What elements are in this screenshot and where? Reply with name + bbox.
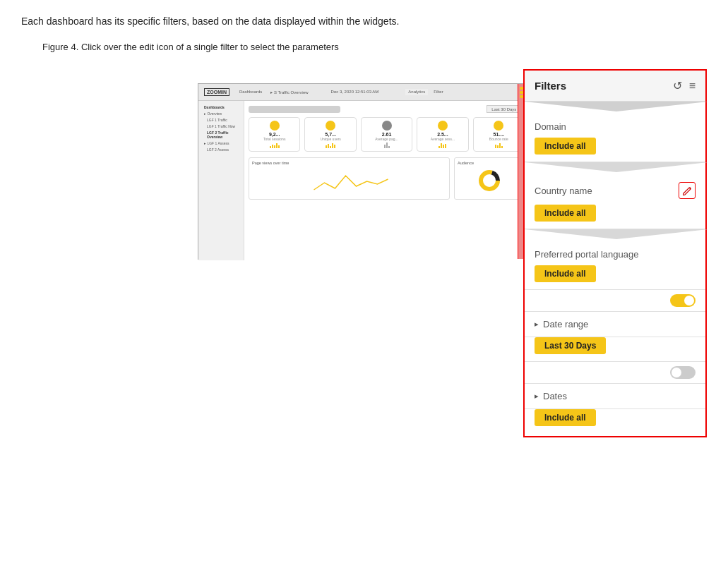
filter-chevron-top [525,102,708,111]
kpi-icon-bounce [494,121,503,131]
filter-section-portal: Preferred portal language Include all [525,241,705,290]
dates-arrow-icon: ▸ [535,392,539,401]
dashboard-body: Last 30 Days ▾ 9,2... Total sessions [244,101,529,260]
chart-title-page-views: Page views over time [252,161,446,165]
charts-row: Page views over time Audience [249,157,525,200]
sidebar-lgf1-assess: ▸ LGF 1 Assess [201,141,241,145]
kpi-users: 5,7... Unique users [304,117,356,152]
kpi-value-users: 5,7... [308,132,352,137]
dashboard-logo: ZOOMIN [204,88,229,96]
kpi-avg-sess: 2.5... Average sess... [417,117,468,152]
dashboard-mockup: ZOOMIN Dashboards ▸ S Traffic Overview D… [198,83,530,260]
sidebar-dashboards: Dashboards [201,105,241,109]
chart-title-audience: Audience [458,161,521,165]
kpi-sessions: 9,2... Total sessions [249,117,300,152]
filter-country-label: Country name [535,186,592,196]
kpi-label-users: Unique users [308,137,352,141]
filter-daterange-label: Date range [543,319,588,329]
filters-panel-title: Filters [535,80,566,92]
filter-dates-tag[interactable]: Include all [535,409,596,426]
kpi-label-avg-page: Average pag... [364,137,409,141]
filters-panel: Filters ↺ ≡ Domain Include all Country n… [523,69,707,437]
kpi-value-avg-page: 2.61 [364,132,409,137]
filter-portal-label: Preferred portal language [535,249,638,260]
filter-country-tag[interactable]: Include all [535,205,596,222]
kpi-label-avg-sess: Average sess... [420,137,465,141]
kpi-spark-avg-sess [420,143,465,148]
filter-portal-tag[interactable]: Include all [535,265,596,282]
filter-section-dates: ▸ Dates Include all [525,384,705,436]
filter-domain-header: Domain [535,121,696,132]
sidebar-lgf1-traffic-now: LGF 1 Traffic Now [201,124,241,128]
chart-donut-audience [458,167,521,194]
kpi-label-bounce: Bounce rate [477,137,521,141]
filter-domain-tag[interactable]: Include all [535,138,596,155]
filter-dates-label: Dates [543,391,567,401]
nav-section: ▸ S Traffic Overview [268,89,311,95]
toggle-switch-2[interactable] [670,366,696,379]
filter-dates-body: Include all [525,409,705,436]
kpi-value-avg-sess: 2.5... [420,132,465,137]
kpi-icon-users [326,121,335,131]
sidebar-lgf2-traffic: LGF 2 Traffic Overview [201,131,241,139]
filter-section-domain: Domain Include all [525,113,705,162]
kpi-spark-sessions [252,143,297,148]
kpi-value-sessions: 9,2... [252,132,297,137]
kpi-value-bounce: 51.... [477,132,521,137]
filter-section-country: Country name Include all [525,174,705,229]
filter-daterange-body: Last 30 Days [525,337,705,361]
filter-daterange-collapse[interactable]: ▸ Date range [525,312,705,337]
kpi-row: 9,2... Total sessions 5,7... Unique user… [249,117,525,152]
filter-dates-collapse[interactable]: ▸ Dates [525,384,705,409]
chart-audience: Audience [454,157,525,200]
filter-portal-header: Preferred portal language [535,249,696,260]
kpi-spark-users [308,143,352,148]
dash-body-header: Last 30 Days ▾ [249,105,525,113]
kpi-spark-avg-page [364,143,409,148]
main-content-area: ZOOMIN Dashboards ▸ S Traffic Overview D… [21,69,707,528]
kpi-icon-sessions [270,121,280,131]
filter-daterange-tag[interactable]: Last 30 Days [535,337,606,354]
filters-panel-header: Filters ↺ ≡ [525,71,705,102]
nav-dashboards: Dashboards [237,89,265,95]
dashboard-nav: Dashboards ▸ S Traffic Overview Dec 3, 2… [237,89,446,95]
chart-page-views: Page views over time [249,157,450,200]
filter-domain-label: Domain [535,121,566,132]
kpi-icon-avg-page [382,121,392,131]
nav-analytics: Analytics [405,89,428,95]
edit-icon [683,186,692,195]
daterange-arrow-icon: ▸ [535,320,539,329]
dashboard-sidebar: Dashboards ▸ Overview LGF 1 Traffic LGF … [198,101,244,260]
sidebar-lgf1-traffic: LGF 1 Traffic [201,118,241,122]
filters-header-icons: ↺ ≡ [673,79,696,92]
toggle-switch-1[interactable] [670,294,696,307]
filter-toggle-1 [525,290,705,312]
filters-menu-button[interactable]: ≡ [689,80,696,92]
dashboard-header: ZOOMIN Dashboards ▸ S Traffic Overview D… [198,84,529,101]
search-bar-mock [249,106,340,113]
figure-caption: Figure 4. Click over the edit icon of a … [42,42,707,52]
filter-section-daterange: ▸ Date range Last 30 Days [525,312,705,362]
nav-filter: Filter [431,89,446,95]
kpi-icon-avg-sess [438,121,448,131]
filter-chevron-mid2 [525,229,708,239]
intro-text: Each dashboard has its specific filters,… [21,14,707,29]
nav-date: Dec 3, 2020 12:51:03 AM [328,89,382,95]
filter-country-header: Country name [535,182,696,199]
filter-country-edit-button[interactable] [679,182,696,199]
kpi-label-sessions: Total sessions [252,137,297,141]
filters-refresh-button[interactable]: ↺ [673,79,682,92]
kpi-spark-bounce [477,143,521,148]
kpi-avg-page: 2.61 Average pag... [361,117,412,152]
chart-bars-page-views [252,167,446,194]
sidebar-overview: ▸ Overview [201,111,241,116]
filter-chevron-mid1 [525,162,708,172]
sidebar-lgf2-assess: LGF 2 Assess [201,147,241,152]
filter-toggle-2 [525,362,705,384]
